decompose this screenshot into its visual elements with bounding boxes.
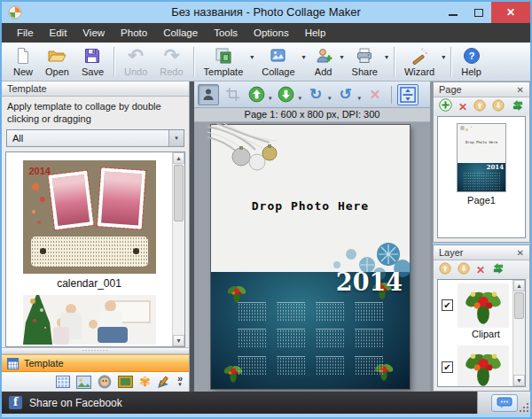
refresh-icon[interactable]	[511, 99, 525, 115]
template-panel-description: Apply template to collage by double clic…	[2, 97, 189, 128]
template-thumbnail-family[interactable]	[23, 295, 156, 345]
scrollbar-thumb[interactable]	[174, 165, 184, 221]
menu-collage[interactable]: Collage	[155, 25, 206, 41]
redo-icon: ↷	[164, 47, 180, 66]
rotate-ccw-icon[interactable]: ↺	[335, 84, 356, 105]
collage-dropdown-icon[interactable]: ▾	[302, 53, 306, 61]
chevron-down-icon[interactable]: ▾	[299, 95, 302, 102]
scroll-down-icon[interactable]: ▼	[173, 335, 184, 346]
grid-icon[interactable]	[56, 376, 70, 388]
month-grid	[355, 356, 383, 375]
maximize-button[interactable]	[466, 2, 491, 23]
add-button[interactable]: Add	[308, 45, 340, 79]
canvas-view[interactable]: Drop Photo Here 2014	[194, 122, 430, 392]
wizard-dropdown-icon[interactable]: ▾	[442, 53, 445, 61]
refresh-icon[interactable]	[491, 262, 505, 278]
template-year-label: 2014	[29, 166, 51, 176]
layer-visible-checkbox[interactable]: ✔	[442, 299, 453, 311]
menu-photo[interactable]: Photo	[113, 25, 155, 41]
move-up-icon[interactable]	[246, 84, 267, 105]
scroll-down-icon[interactable]: ▼	[513, 375, 525, 386]
person-decor	[89, 320, 98, 329]
layer-up-icon[interactable]	[439, 262, 451, 278]
layer-visible-checkbox[interactable]: ✔	[442, 361, 453, 373]
page-thumbnail[interactable]: Drop Photo Here 2014	[457, 123, 506, 192]
frame-icon[interactable]	[118, 376, 133, 388]
template-tab[interactable]: Template	[2, 354, 189, 372]
resize-grip[interactable]	[519, 402, 529, 413]
delete-icon[interactable]: ✕	[364, 84, 386, 105]
menu-file[interactable]: File	[9, 25, 42, 41]
layer-item-clipart[interactable]: ✔	[438, 342, 512, 386]
edit-icon[interactable]	[157, 376, 171, 389]
template-button[interactable]: Template	[198, 45, 250, 79]
canvas-toolbar: ▾ ▾ ↻▾ ↺▾ ✕	[194, 81, 430, 108]
year-label: 2014	[336, 270, 403, 296]
toolbar-separator	[450, 47, 451, 77]
template-dropdown-icon[interactable]: ▾	[250, 53, 254, 61]
layer-item-clipart[interactable]: ✔ Clipart	[438, 280, 512, 335]
layer-down-icon[interactable]	[458, 262, 470, 278]
share-button[interactable]: Share	[346, 45, 384, 79]
photo-select-icon[interactable]	[198, 84, 219, 105]
menu-edit[interactable]: Edit	[42, 25, 75, 41]
photo-section[interactable]: Drop Photo Here	[211, 125, 410, 270]
fit-page-icon[interactable]	[397, 84, 419, 105]
template-icon	[214, 47, 233, 66]
chevron-down-icon[interactable]: ▾	[358, 95, 362, 102]
menu-tools[interactable]: Tools	[206, 25, 246, 41]
chevron-down-icon[interactable]: ▾	[269, 95, 272, 102]
redo-button[interactable]: ↷ Redo	[153, 45, 189, 79]
scroll-up-icon[interactable]: ▲	[173, 152, 184, 164]
template-thumbnail-calendar-001[interactable]: 2014	[23, 160, 156, 274]
clipart-thumbnail	[458, 283, 509, 328]
open-button[interactable]: Open	[39, 45, 75, 79]
chevron-down-icon[interactable]: ▾	[328, 95, 332, 102]
wizard-button[interactable]: Wizard	[398, 45, 441, 79]
add-page-icon[interactable]	[439, 98, 452, 115]
undo-button[interactable]: ↶ Undo	[118, 45, 153, 79]
flower-icon[interactable]: ✾	[139, 376, 151, 388]
delete-layer-icon[interactable]: ✕	[476, 264, 485, 276]
page-panel-title: Page	[439, 84, 462, 95]
delete-page-icon[interactable]: ✕	[458, 101, 467, 113]
month-grid	[277, 302, 305, 321]
move-down-icon[interactable]	[276, 84, 297, 105]
person-decor	[98, 327, 128, 343]
menu-help[interactable]: Help	[297, 25, 334, 41]
share-dropdown-icon[interactable]: ▾	[385, 53, 388, 61]
menu-view[interactable]: View	[74, 25, 113, 41]
image-icon[interactable]	[76, 376, 91, 389]
collage-page[interactable]: Drop Photo Here 2014	[211, 125, 410, 389]
crop-icon[interactable]	[222, 84, 243, 105]
minimize-button[interactable]	[440, 2, 466, 23]
menu-options[interactable]: Options	[246, 25, 297, 41]
close-icon[interactable]: ✕	[517, 248, 524, 258]
scrollbar-thumb[interactable]	[514, 292, 524, 319]
new-button[interactable]: New	[7, 45, 39, 79]
month-grid	[316, 329, 344, 347]
feedback-chat-button[interactable]	[491, 394, 518, 412]
scroll-up-icon[interactable]: ▲	[513, 280, 525, 291]
help-button[interactable]: ? Help	[455, 45, 488, 79]
drop-photo-placeholder[interactable]: Drop Photo Here	[211, 199, 410, 213]
page-down-icon[interactable]	[492, 99, 505, 115]
close-button[interactable]: ✕	[491, 2, 530, 23]
month-grid	[238, 329, 266, 347]
page-up-icon[interactable]	[473, 99, 486, 115]
template-filter-dropdown[interactable]: All ▾	[6, 129, 184, 147]
share-facebook-link[interactable]: Share on Facebook	[29, 397, 122, 409]
layer-list-scrollbar[interactable]: ▲ ▼	[512, 280, 525, 386]
collage-button[interactable]: Collage	[255, 45, 301, 79]
canvas-area: ▾ ▾ ↻▾ ↺▾ ✕ Page 1: 600 x 800 px, DPI: 3…	[194, 81, 430, 392]
rotate-cw-icon[interactable]: ↻	[305, 84, 326, 105]
close-icon[interactable]: ✕	[517, 85, 524, 95]
chevron-down-icon[interactable]: ▾	[168, 130, 184, 146]
template-list-scrollbar[interactable]: ▲ ▼	[172, 152, 184, 346]
add-dropdown-icon[interactable]: ▾	[340, 53, 344, 61]
mask-icon[interactable]	[98, 375, 112, 389]
toolbar-separator	[193, 47, 194, 77]
save-button[interactable]: Save	[75, 45, 110, 79]
more-panels-chevron[interactable]: » ▼	[177, 376, 183, 388]
panel-splitter-handle[interactable]: ·········	[2, 347, 189, 354]
